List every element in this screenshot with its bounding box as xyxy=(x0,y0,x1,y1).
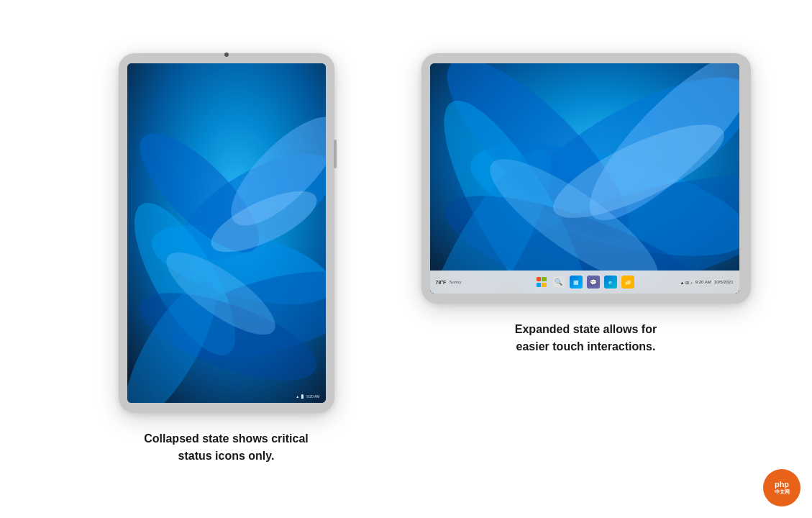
expanded-taskbar[interactable]: 78°F Sunny xyxy=(430,271,739,294)
main-container: ▲ ▊ 9:20 AM Collapsed state shows critic… xyxy=(0,39,812,479)
collapsed-tablet-frame: ▲ ▊ 9:20 AM xyxy=(119,53,334,413)
side-button xyxy=(334,140,337,168)
php-watermark: php 中文网 xyxy=(763,469,800,506)
expanded-caption-line2: easier touch interactions. xyxy=(516,340,656,353)
taskbar-weather-label: Sunny xyxy=(449,280,461,284)
taskbar-left: 78°F Sunny xyxy=(436,280,462,285)
watermark-chinese-text: 中文网 xyxy=(775,489,790,496)
taskbar-windows-button[interactable] xyxy=(535,276,548,288)
collapsed-status-bar: ▲ ▊ 9:20 AM xyxy=(296,394,319,399)
taskbar-chat-icon[interactable]: 💬 xyxy=(587,276,600,288)
camera-dot xyxy=(224,53,229,57)
collapsed-tablet-screen: ▲ ▊ 9:20 AM xyxy=(127,63,326,403)
taskbar-tray-icons: ▲ ⊞ ♪ xyxy=(680,280,693,285)
collapsed-wallpaper: ▲ ▊ 9:20 AM xyxy=(127,63,326,403)
collapsed-battery-icon: ▊ xyxy=(301,394,304,399)
expanded-caption: Expanded state allows for easier touch i… xyxy=(515,321,657,355)
expanded-tablet-frame: 78°F Sunny xyxy=(421,53,751,304)
expanded-wallpaper: 78°F Sunny xyxy=(430,63,739,294)
collapsed-section: ▲ ▊ 9:20 AM Collapsed state shows critic… xyxy=(68,53,385,465)
collapsed-caption-line1: Collapsed state shows critical xyxy=(144,432,309,445)
collapsed-tablet-wrapper: ▲ ▊ 9:20 AM xyxy=(119,53,334,413)
expanded-section: 78°F Sunny xyxy=(428,53,744,355)
collapsed-wifi-icon: ▲ xyxy=(296,394,299,399)
taskbar-system-tray: ▲ ⊞ ♪ 9:20 AM 10/5/2021 xyxy=(680,280,734,285)
collapsed-caption: Collapsed state shows critical status ic… xyxy=(144,430,309,465)
collapsed-caption-line2: status icons only. xyxy=(178,450,275,462)
taskbar-date: 10/5/2021 xyxy=(714,280,734,284)
taskbar-explorer-icon[interactable]: 📁 xyxy=(621,276,634,288)
taskbar-widgets-icon[interactable]: ▦ xyxy=(570,276,583,288)
taskbar-temp: 78°F xyxy=(436,280,447,285)
expanded-tablet-screen: 78°F Sunny xyxy=(430,63,739,294)
windows-logo xyxy=(537,277,547,287)
expanded-caption-line1: Expanded state allows for xyxy=(515,323,657,335)
taskbar-edge-icon[interactable]: e xyxy=(604,276,617,288)
collapsed-time-text: 9:20 AM xyxy=(306,394,319,399)
taskbar-center: 🔍 ▦ 💬 e xyxy=(535,276,634,288)
watermark-php-text: php xyxy=(775,480,789,489)
taskbar-time: 9:20 AM xyxy=(695,280,711,284)
taskbar-search-icon[interactable]: 🔍 xyxy=(552,276,565,288)
expanded-tablet-wrapper: 78°F Sunny xyxy=(421,53,751,304)
